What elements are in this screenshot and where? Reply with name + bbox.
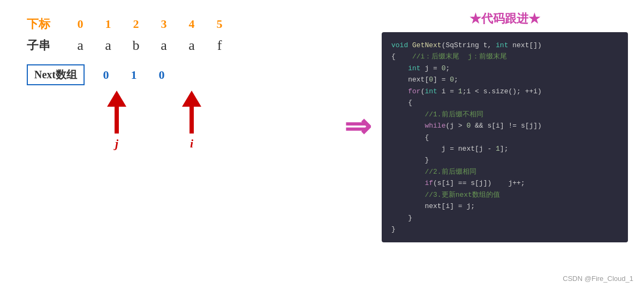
next-val-2: 0 xyxy=(156,68,167,82)
code-line-17: } xyxy=(391,224,618,235)
code-block: void GetNext(SqString t, int next[]) { /… xyxy=(382,32,628,242)
watermark: CSDN @Fire_Cloud_1 xyxy=(563,275,633,283)
code-line-1: void GetNext(SqString t, int next[]) xyxy=(391,40,618,51)
right-panel: ★代码跟进★ void GetNext(SqString t, int next… xyxy=(382,11,628,242)
next-row: Next数组 0 1 0 xyxy=(27,64,339,85)
index-0: 0 xyxy=(75,17,86,31)
code-line-13: if(s[i] == s[j]) j++; xyxy=(391,177,618,189)
arrow-j-group: j xyxy=(107,91,126,151)
main-container: 下标 0 1 2 3 4 5 子串 a a b a a f Ne xyxy=(0,0,644,289)
code-line-11: } xyxy=(391,154,618,166)
substring-label: 子串 xyxy=(27,38,59,54)
char-0: a xyxy=(75,38,86,54)
code-line-6: { xyxy=(391,97,618,108)
index-4: 4 xyxy=(186,17,197,31)
index-label: 下标 xyxy=(27,16,59,32)
code-line-10: j = next[j - 1]; xyxy=(391,143,618,154)
arrow-i-label: i xyxy=(190,137,193,151)
next-values: 0 1 0 xyxy=(101,68,167,82)
arrow-i-up xyxy=(182,91,201,107)
char-4: a xyxy=(186,38,197,54)
char-3: a xyxy=(158,38,169,54)
arrow-j-label: j xyxy=(115,137,118,151)
arrow-j-shaft xyxy=(115,107,119,134)
code-line-15: next[i] = j; xyxy=(391,201,618,212)
direction-arrow-icon: ⇒ xyxy=(344,107,371,145)
char-1: a xyxy=(103,38,113,54)
index-1: 1 xyxy=(103,17,113,31)
code-title: ★代码跟进★ xyxy=(382,11,628,27)
index-values: 0 1 2 3 4 5 xyxy=(75,17,225,31)
index-3: 3 xyxy=(158,17,169,31)
next-val-1: 1 xyxy=(128,68,139,82)
code-line-12: //2.前后缀相同 xyxy=(391,166,618,177)
arrow-i-shaft xyxy=(190,107,194,134)
arrow-j-up xyxy=(107,91,126,107)
code-line-2: { //i：后缀末尾 j：前缀末尾 xyxy=(391,51,618,62)
substring-row: 子串 a a b a a f xyxy=(27,38,339,54)
arrow-i-group: i xyxy=(182,91,201,151)
code-line-9: { xyxy=(391,132,618,143)
char-2: b xyxy=(131,38,141,54)
direction-arrow-container: ⇒ xyxy=(344,107,371,145)
code-line-7: //1.前后缀不相同 xyxy=(391,109,618,120)
code-line-5: for(int i = 1;i < s.size(); ++i) xyxy=(391,86,618,97)
index-5: 5 xyxy=(214,17,225,31)
next-val-0: 0 xyxy=(101,68,111,82)
index-2: 2 xyxy=(131,17,141,31)
arrows-container: j i xyxy=(102,91,316,155)
code-line-8: while(j > 0 && s[i] != s[j]) xyxy=(391,120,618,131)
code-line-16: } xyxy=(391,212,618,224)
left-panel: 下标 0 1 2 3 4 5 子串 a a b a a f Ne xyxy=(16,11,344,160)
substring-values: a a b a a f xyxy=(75,38,225,54)
index-row: 下标 0 1 2 3 4 5 xyxy=(27,16,339,32)
code-line-14: //3.更新next数组的值 xyxy=(391,189,618,201)
char-5: f xyxy=(214,38,225,54)
next-array-label: Next数组 xyxy=(27,64,85,85)
code-line-4: next[0] = 0; xyxy=(391,74,618,85)
code-line-3: int j = 0; xyxy=(391,63,618,74)
